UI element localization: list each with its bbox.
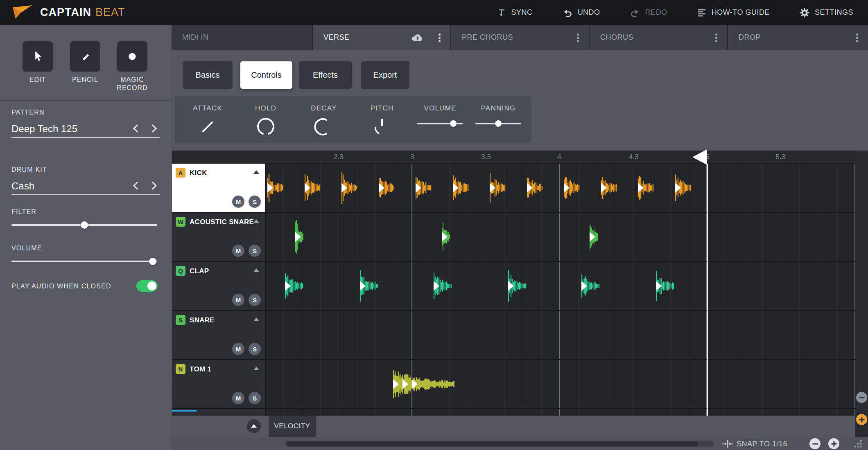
vertical-scroll-indicator[interactable] (172, 410, 197, 412)
solo-button[interactable]: S (249, 343, 261, 355)
track-header[interactable]: S SNARE M S (172, 311, 265, 360)
panel-volume-thumb[interactable] (450, 120, 457, 127)
drum-hit[interactable] (285, 270, 310, 302)
track-lane[interactable] (266, 360, 855, 409)
pitch-knob[interactable] (371, 116, 393, 138)
tab-export[interactable]: Export (361, 61, 409, 89)
how-to-guide-button[interactable]: HOW-TO GUIDE (697, 8, 770, 18)
drum-hit[interactable] (508, 270, 533, 302)
panning-thumb[interactable] (495, 120, 502, 127)
redo-button[interactable]: REDO (630, 8, 667, 18)
drum-hit[interactable] (434, 270, 459, 302)
undo-button[interactable]: UNDO (562, 8, 600, 18)
panel-volume-slider[interactable] (417, 120, 463, 127)
mute-button[interactable]: M (232, 245, 244, 257)
cloud-download-icon[interactable] (411, 32, 425, 43)
hold-knob[interactable] (255, 116, 277, 138)
tab-pre-chorus-menu-icon[interactable] (577, 37, 579, 39)
tab-basics[interactable]: Basics (183, 61, 233, 89)
mute-button[interactable]: M (232, 343, 244, 355)
track-header[interactable]: N TOM 1 M S (172, 360, 265, 409)
pencil-tool-button[interactable] (70, 41, 100, 72)
tab-pre-chorus[interactable]: PRE CHORUS (451, 25, 590, 50)
collapse-caret-icon[interactable] (253, 170, 259, 174)
filter-slider-thumb[interactable] (81, 221, 88, 229)
mute-button[interactable]: M (232, 294, 244, 306)
vertical-zoom-out-button[interactable] (856, 392, 867, 403)
drum-hit[interactable] (295, 216, 310, 258)
track-header[interactable]: W ACOUSTIC SNARE M S (172, 213, 265, 262)
tab-midi-in[interactable]: MIDI IN (172, 25, 313, 50)
drum-hit[interactable] (416, 171, 439, 205)
collapse-caret-icon[interactable] (253, 219, 259, 223)
mute-button[interactable]: M (232, 392, 244, 404)
drum-hit[interactable] (305, 171, 328, 205)
drum-hit[interactable] (656, 270, 681, 302)
magic-record-tool-button[interactable] (117, 41, 147, 72)
tab-controls[interactable]: Controls (240, 61, 292, 89)
drum-kit-prev-button[interactable] (133, 182, 141, 190)
timeline-ruler[interactable]: 2.333.344.355.3 (172, 151, 855, 164)
drum-hit[interactable] (490, 171, 513, 205)
drum-hit[interactable] (393, 368, 461, 400)
horizontal-zoom-in-button[interactable] (828, 438, 839, 449)
drum-hit[interactable] (267, 171, 290, 205)
edit-tool-button[interactable] (23, 41, 53, 72)
horizontal-zoom-out-button[interactable] (809, 438, 821, 449)
drum-hit[interactable] (442, 216, 457, 258)
tab-drop-menu-icon[interactable] (856, 37, 858, 39)
drum-hit[interactable] (527, 171, 550, 205)
tab-verse-menu-icon[interactable] (439, 37, 441, 39)
decay-label: DECAY (295, 104, 353, 112)
mute-button[interactable]: M (232, 196, 244, 208)
playhead-marker[interactable] (692, 149, 707, 165)
solo-button[interactable]: S (249, 196, 261, 208)
settings-button[interactable]: SETTINGS (799, 7, 853, 18)
solo-button[interactable]: S (249, 294, 261, 306)
track-lane[interactable] (266, 164, 855, 213)
drum-hit[interactable] (341, 171, 364, 205)
velocity-tab[interactable]: VELOCITY (269, 416, 316, 437)
attack-knob[interactable] (197, 116, 219, 138)
resize-grip-icon[interactable] (854, 439, 863, 448)
drum-hit[interactable] (601, 171, 624, 205)
drum-hit[interactable] (453, 171, 476, 205)
decay-knob[interactable] (313, 116, 335, 138)
drum-hit[interactable] (564, 171, 587, 205)
tab-effects[interactable]: Effects (299, 61, 352, 89)
drum-hit[interactable] (675, 171, 698, 205)
tab-drop[interactable]: DROP (728, 25, 868, 50)
drum-hit[interactable] (581, 270, 607, 302)
panning-slider[interactable] (475, 120, 521, 127)
vertical-zoom-in-button[interactable] (856, 414, 867, 425)
tab-chorus[interactable]: CHORUS (590, 25, 728, 50)
volume-slider[interactable] (11, 258, 157, 265)
drum-hit[interactable] (379, 171, 402, 205)
drum-hit[interactable] (360, 270, 385, 302)
solo-button[interactable]: S (249, 245, 261, 257)
collapse-all-button[interactable] (247, 419, 261, 433)
collapse-caret-icon[interactable] (253, 268, 259, 272)
solo-button[interactable]: S (249, 392, 261, 404)
snap-setting-label[interactable]: SNAP TO 1/16 (737, 440, 787, 448)
collapse-caret-icon[interactable] (253, 317, 259, 321)
pattern-next-button[interactable] (149, 124, 157, 133)
tab-chorus-menu-icon[interactable] (715, 37, 717, 39)
sync-button[interactable]: SYNC (497, 8, 533, 18)
horizontal-scrollbar-thumb[interactable] (287, 441, 698, 446)
horizontal-scrollbar[interactable] (285, 441, 714, 447)
drum-hit[interactable] (590, 216, 604, 258)
track-header[interactable]: A KICK M S (172, 164, 265, 213)
track-lane[interactable] (266, 311, 855, 360)
collapse-caret-icon[interactable] (253, 367, 259, 370)
play-audio-toggle[interactable] (136, 280, 158, 292)
track-header[interactable]: Q CLAP M S (172, 262, 265, 311)
filter-slider[interactable] (11, 221, 157, 229)
pattern-prev-button[interactable] (133, 124, 141, 133)
tab-verse[interactable]: VERSE (313, 25, 451, 50)
volume-slider-thumb[interactable] (149, 258, 156, 265)
track-lane[interactable] (266, 213, 855, 262)
track-lane[interactable] (266, 262, 855, 311)
drum-hit[interactable] (638, 171, 661, 205)
drum-kit-next-button[interactable] (149, 182, 157, 190)
